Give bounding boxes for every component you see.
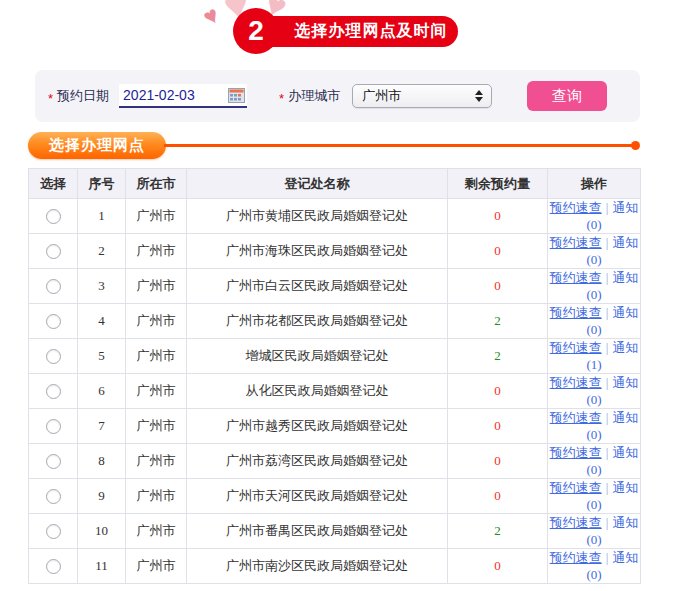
table-row: 9广州市广州市天河区民政局婚姻登记处0预约速查|通知(0) xyxy=(29,479,641,514)
section-title: 选择办理网点 xyxy=(28,132,166,159)
select-radio[interactable] xyxy=(46,314,61,329)
cell-remaining: 0 xyxy=(448,269,548,304)
cell-number: 4 xyxy=(78,304,126,339)
cell-remaining: 0 xyxy=(448,409,548,444)
cell-remaining: 0 xyxy=(448,444,548,479)
select-radio[interactable] xyxy=(46,489,61,504)
col-number: 序号 xyxy=(78,169,126,199)
cell-name: 从化区民政局婚姻登记处 xyxy=(187,374,448,409)
cell-actions: 预约速查|通知(0) xyxy=(548,444,641,479)
link-separator: | xyxy=(606,305,609,320)
link-separator: | xyxy=(606,550,609,565)
cell-actions: 预约速查|通知(0) xyxy=(548,514,641,549)
quick-check-link[interactable]: 预约速查 xyxy=(550,445,602,460)
query-form: * 预约日期 2021-02-03 * 办理城市 广州市 查询 xyxy=(35,70,640,122)
cell-number: 8 xyxy=(78,444,126,479)
cell-remaining: 0 xyxy=(448,549,548,584)
cell-city: 广州市 xyxy=(126,444,187,479)
city-select[interactable]: 广州市 xyxy=(352,84,492,108)
quick-check-link[interactable]: 预约速查 xyxy=(550,305,602,320)
cell-select xyxy=(29,549,78,584)
quick-check-link[interactable]: 预约速查 xyxy=(550,480,602,495)
cell-name: 广州市白云区民政局婚姻登记处 xyxy=(187,269,448,304)
table-row: 5广州市增城区民政局婚姻登记处2预约速查|通知(1) xyxy=(29,339,641,374)
col-name: 登记处名称 xyxy=(187,169,448,199)
table-row: 4广州市广州市花都区民政局婚姻登记处2预约速查|通知(0) xyxy=(29,304,641,339)
cell-select xyxy=(29,304,78,339)
table-row: 3广州市广州市白云区民政局婚姻登记处0预约速查|通知(0) xyxy=(29,269,641,304)
calendar-icon[interactable] xyxy=(228,88,245,103)
quick-check-link[interactable]: 预约速查 xyxy=(550,550,602,565)
cell-actions: 预约速查|通知(0) xyxy=(548,479,641,514)
table-row: 8广州市广州市荔湾区民政局婚姻登记处0预约速查|通知(0) xyxy=(29,444,641,479)
cell-select xyxy=(29,514,78,549)
col-select: 选择 xyxy=(29,169,78,199)
col-city: 所在市 xyxy=(126,169,187,199)
cell-city: 广州市 xyxy=(126,269,187,304)
cell-select xyxy=(29,199,78,234)
select-radio[interactable] xyxy=(46,419,61,434)
select-radio[interactable] xyxy=(46,244,61,259)
cell-select xyxy=(29,409,78,444)
cell-select xyxy=(29,374,78,409)
quick-check-link[interactable]: 预约速查 xyxy=(550,200,602,215)
link-separator: | xyxy=(606,375,609,390)
quick-check-link[interactable]: 预约速查 xyxy=(550,270,602,285)
select-radio[interactable] xyxy=(46,349,61,364)
quick-check-link[interactable]: 预约速查 xyxy=(550,340,602,355)
cell-actions: 预约速查|通知(0) xyxy=(548,269,641,304)
cell-city: 广州市 xyxy=(126,199,187,234)
cell-select xyxy=(29,269,78,304)
cell-city: 广州市 xyxy=(126,374,187,409)
table-row: 10广州市广州市番禺区民政局婚姻登记处2预约速查|通知(0) xyxy=(29,514,641,549)
quick-check-link[interactable]: 预约速查 xyxy=(550,410,602,425)
table-row: 6广州市从化区民政局婚姻登记处0预约速查|通知(0) xyxy=(29,374,641,409)
link-separator: | xyxy=(606,480,609,495)
link-separator: | xyxy=(606,200,609,215)
cell-actions: 预约速查|通知(0) xyxy=(548,304,641,339)
select-arrows-icon xyxy=(475,90,483,102)
cell-name: 广州市番禺区民政局婚姻登记处 xyxy=(187,514,448,549)
required-asterisk: * xyxy=(279,91,284,106)
cell-remaining: 0 xyxy=(448,199,548,234)
link-separator: | xyxy=(606,445,609,460)
cell-select xyxy=(29,479,78,514)
date-input[interactable]: 2021-02-03 xyxy=(119,84,247,108)
select-radio[interactable] xyxy=(46,559,61,574)
quick-check-link[interactable]: 预约速查 xyxy=(550,515,602,530)
cell-actions: 预约速查|通知(0) xyxy=(548,549,641,584)
step-title: 选择办理网点及时间 xyxy=(250,16,458,47)
cell-actions: 预约速查|通知(0) xyxy=(548,409,641,444)
query-button[interactable]: 查询 xyxy=(527,81,607,111)
cell-number: 2 xyxy=(78,234,126,269)
select-radio[interactable] xyxy=(46,454,61,469)
date-value[interactable]: 2021-02-03 xyxy=(119,87,228,103)
cell-remaining: 0 xyxy=(448,479,548,514)
cell-number: 9 xyxy=(78,479,126,514)
cell-city: 广州市 xyxy=(126,304,187,339)
required-asterisk: * xyxy=(48,91,53,106)
city-label: 办理城市 xyxy=(288,87,340,105)
cell-select xyxy=(29,234,78,269)
cell-city: 广州市 xyxy=(126,549,187,584)
quick-check-link[interactable]: 预约速查 xyxy=(550,375,602,390)
link-separator: | xyxy=(606,340,609,355)
quick-check-link[interactable]: 预约速查 xyxy=(550,235,602,250)
select-radio[interactable] xyxy=(46,209,61,224)
divider-line xyxy=(164,144,632,147)
link-separator: | xyxy=(606,410,609,425)
cell-number: 11 xyxy=(78,549,126,584)
cell-number: 3 xyxy=(78,269,126,304)
table-header-row: 选择 序号 所在市 登记处名称 剩余预约量 操作 xyxy=(29,169,641,199)
select-radio[interactable] xyxy=(46,524,61,539)
select-radio[interactable] xyxy=(46,384,61,399)
col-remaining: 剩余预约量 xyxy=(448,169,548,199)
link-separator: | xyxy=(606,515,609,530)
select-radio[interactable] xyxy=(46,279,61,294)
cell-city: 广州市 xyxy=(126,409,187,444)
cell-actions: 预约速查|通知(0) xyxy=(548,199,641,234)
cell-number: 5 xyxy=(78,339,126,374)
heart-icon: ♥ xyxy=(199,2,223,30)
table-row: 2广州市广州市海珠区民政局婚姻登记处0预约速查|通知(0) xyxy=(29,234,641,269)
cell-remaining: 2 xyxy=(448,304,548,339)
